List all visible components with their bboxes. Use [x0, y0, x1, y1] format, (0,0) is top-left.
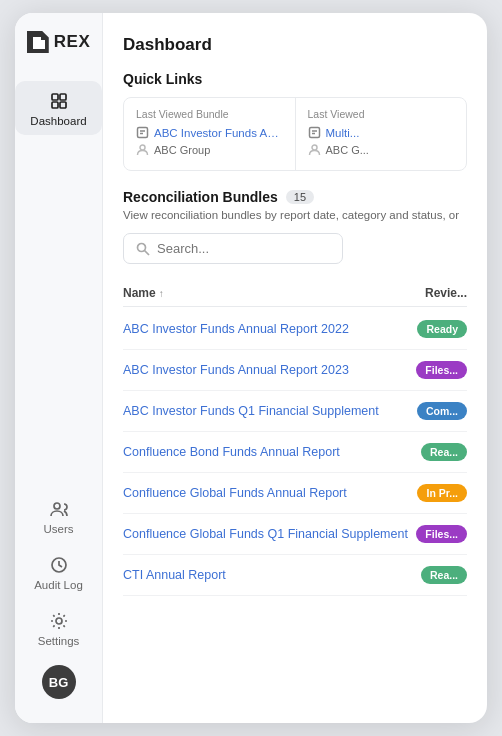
table-header: Name ↑ Revie... — [123, 280, 467, 307]
quick-links-title: Quick Links — [123, 71, 467, 87]
svg-point-15 — [312, 145, 317, 150]
quick-link-sub-row-2: ABC G... — [308, 143, 455, 156]
row-name: Confluence Global Funds Annual Report — [123, 486, 417, 500]
svg-marker-0 — [33, 37, 45, 49]
sidebar-item-users-label: Users — [43, 523, 73, 535]
sidebar: REX Dashboard Users — [15, 13, 103, 723]
svg-rect-4 — [60, 102, 66, 108]
app-logo: REX — [27, 31, 90, 53]
quick-links-area: Quick Links Last Viewed Bundle ABC Inves… — [123, 71, 467, 171]
quick-link-label-1: Last Viewed Bundle — [136, 108, 283, 120]
row-name: ABC Investor Funds Q1 Financial Suppleme… — [123, 404, 417, 418]
status-badge: Ready — [417, 320, 467, 338]
reconciliation-section: Reconciliation Bundles 15 View reconcili… — [123, 189, 467, 723]
quick-link-name-2[interactable]: Multi... — [326, 127, 360, 139]
dashboard-icon — [49, 91, 69, 111]
row-name: Confluence Bond Funds Annual Report — [123, 445, 421, 459]
person-icon-1 — [136, 143, 149, 156]
svg-point-5 — [54, 503, 60, 509]
row-name: Confluence Global Funds Q1 Financial Sup… — [123, 527, 416, 541]
recon-count-badge: 15 — [286, 190, 314, 204]
table-row[interactable]: ABC Investor Funds Annual Report 2023 Fi… — [123, 350, 467, 391]
svg-rect-8 — [138, 128, 148, 138]
sidebar-item-audit-log-label: Audit Log — [34, 579, 83, 591]
table-row[interactable]: Confluence Global Funds Q1 Financial Sup… — [123, 514, 467, 555]
table-row[interactable]: Confluence Global Funds Annual Report In… — [123, 473, 467, 514]
svg-rect-12 — [309, 128, 319, 138]
row-name: ABC Investor Funds Annual Report 2022 — [123, 322, 417, 336]
page-title: Dashboard — [123, 35, 467, 55]
svg-rect-1 — [52, 94, 58, 100]
col-review-header: Revie... — [425, 286, 467, 300]
status-badge: Rea... — [421, 566, 467, 584]
svg-line-17 — [145, 250, 150, 255]
table-row[interactable]: ABC Investor Funds Annual Report 2022 Re… — [123, 309, 467, 350]
quick-link-sub-1: ABC Group — [154, 144, 210, 156]
status-badge: Files... — [416, 361, 467, 379]
sidebar-nav: Dashboard Users Audit Log — [15, 81, 102, 655]
recon-title: Reconciliation Bundles — [123, 189, 278, 205]
sidebar-item-dashboard-label: Dashboard — [30, 115, 86, 127]
table-row[interactable]: CTI Annual Report Rea... — [123, 555, 467, 596]
table-rows: ABC Investor Funds Annual Report 2022 Re… — [123, 309, 467, 723]
quick-link-label-2: Last Viewed — [308, 108, 455, 120]
svg-rect-3 — [52, 102, 58, 108]
quick-link-row-1[interactable]: ABC Investor Funds Annual Report 2022 — [136, 126, 283, 139]
svg-point-7 — [56, 618, 62, 624]
table-row[interactable]: ABC Investor Funds Q1 Financial Suppleme… — [123, 391, 467, 432]
search-box[interactable] — [123, 233, 343, 264]
users-icon — [49, 499, 69, 519]
recon-header: Reconciliation Bundles 15 — [123, 189, 467, 205]
svg-point-16 — [138, 243, 146, 251]
sidebar-item-audit-log[interactable]: Audit Log — [15, 545, 102, 599]
row-name: CTI Annual Report — [123, 568, 421, 582]
quick-link-sub-2: ABC G... — [326, 144, 369, 156]
quick-link-name-1[interactable]: ABC Investor Funds Annual Report 2022 — [154, 127, 283, 139]
quick-link-sub-row-1: ABC Group — [136, 143, 283, 156]
table-row[interactable]: Confluence Bond Funds Annual Report Rea.… — [123, 432, 467, 473]
main-content: Dashboard Quick Links Last Viewed Bundle… — [103, 13, 487, 723]
user-avatar[interactable]: BG — [42, 665, 76, 699]
svg-point-11 — [140, 145, 145, 150]
sidebar-bottom: BG — [15, 655, 102, 707]
row-name: ABC Investor Funds Annual Report 2023 — [123, 363, 416, 377]
svg-rect-2 — [60, 94, 66, 100]
sidebar-item-users[interactable]: Users — [15, 489, 102, 543]
quick-link-row-2[interactable]: Multi... — [308, 126, 455, 139]
status-badge: In Pr... — [417, 484, 467, 502]
bundle-icon-2 — [308, 126, 321, 139]
search-icon — [136, 242, 150, 256]
status-badge: Com... — [417, 402, 467, 420]
settings-icon — [49, 611, 69, 631]
status-badge: Files... — [416, 525, 467, 543]
logo-icon — [27, 31, 49, 53]
recon-description: View reconciliation bundles by report da… — [123, 209, 467, 221]
quick-links-card: Last Viewed Bundle ABC Investor Funds An… — [123, 97, 467, 171]
status-badge: Rea... — [421, 443, 467, 461]
quick-link-col-2: Last Viewed Multi... — [296, 98, 467, 170]
logo-text: REX — [54, 32, 90, 52]
audit-log-icon — [49, 555, 69, 575]
col-name-header: Name ↑ — [123, 286, 164, 300]
sidebar-item-settings-label: Settings — [38, 635, 80, 647]
bundle-icon-1 — [136, 126, 149, 139]
person-icon-2 — [308, 143, 321, 156]
sidebar-item-settings[interactable]: Settings — [15, 601, 102, 655]
quick-link-col-1: Last Viewed Bundle ABC Investor Funds An… — [124, 98, 296, 170]
sort-icon[interactable]: ↑ — [159, 288, 164, 299]
search-input[interactable] — [157, 241, 330, 256]
app-container: REX Dashboard Users — [15, 13, 487, 723]
sidebar-item-dashboard[interactable]: Dashboard — [15, 81, 102, 135]
